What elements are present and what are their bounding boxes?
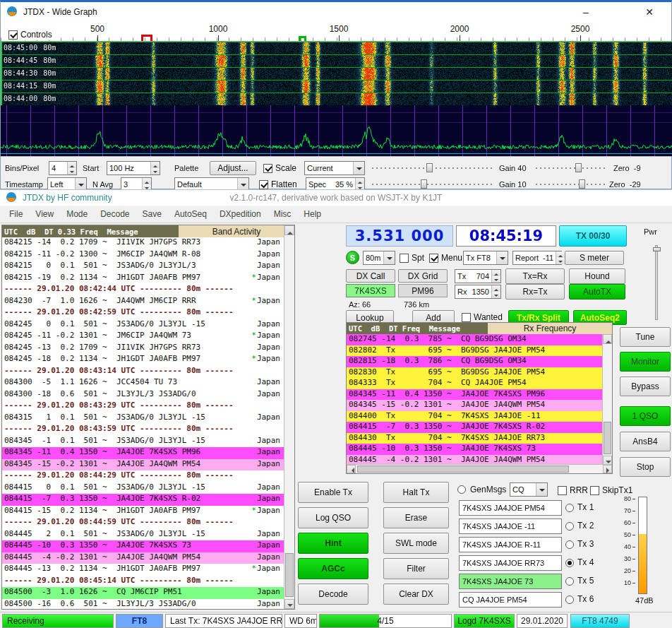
period-separator-row[interactable]: ------ 29.01.20 08:43:14 UTC --------- 8…: [2, 366, 284, 378]
rx-decode-row[interactable]: 084400 Tx 704 ~ 7K4SXS JA4JOE -11: [347, 411, 603, 422]
decode-row[interactable]: 084345 -1 0.1 501 ~ JS3ADG/0 JL3YJL -15J…: [2, 436, 284, 448]
decode-row[interactable]: 084415 0 0.1 501 ~ JS3ADG/0 JL3YJL -15Ja…: [2, 482, 284, 494]
tx-message-field-6[interactable]: CQ JA4JOE PM54: [459, 592, 562, 608]
clear-dx-button[interactable]: Clear DX: [383, 583, 449, 605]
hound-button[interactable]: Hound: [569, 268, 625, 284]
period-separator-row[interactable]: ------ 29.01.20 08:44:59 UTC --------- 8…: [2, 517, 284, 529]
ansb4-button[interactable]: AnsB4: [620, 432, 671, 451]
tx-message-field-1[interactable]: 7K4SXS JA4JOE PM54: [459, 500, 562, 516]
period-separator-row[interactable]: ------ 29.01.20 08:45:14 UTC --------- 8…: [2, 576, 284, 588]
menu-save[interactable]: Save: [136, 206, 168, 223]
erase-button[interactable]: Erase: [383, 507, 449, 528]
rx-decode-row[interactable]: 084430 Tx 704 ~ 7K4SXS JA4JOE RR73: [347, 433, 603, 444]
decode-row[interactable]: 084445 -4 -0.2 1301 ~ JA4JOE JA4QWM PM54…: [2, 552, 284, 564]
rx-frequency-scrollbar[interactable]: [602, 334, 612, 466]
dropdown-arrow[interactable]: [496, 251, 508, 264]
menu-decode[interactable]: Decode: [94, 206, 136, 223]
tx-message-field-5[interactable]: 7K4SXS JA4JOE 73: [459, 574, 562, 589]
log-qso-button[interactable]: Log QSO: [298, 507, 368, 528]
swl-mode-button[interactable]: SWL mode: [383, 533, 449, 554]
decode-row[interactable]: 084445 2 0.1 501 ~ JS3ADG/0 JL3YJL -15Ja…: [2, 529, 284, 541]
start-frequency-spinner[interactable]: 100 Hz: [107, 161, 160, 175]
decode-row[interactable]: 084300 -5 1.1 1626 ~ JCC4504 TU 73Japan: [2, 377, 284, 389]
decode-row[interactable]: 084500 -16 0.6 501 ~ JL3YJL/3 JS3ADG/0Ja…: [2, 599, 284, 610]
tune-button[interactable]: Tune: [620, 327, 671, 347]
close-button[interactable]: ✕: [633, 2, 666, 22]
spinner-arrows[interactable]: [491, 270, 500, 283]
band-activity-scrollbar[interactable]: [284, 225, 294, 609]
minimize-button[interactable]: –: [570, 2, 602, 22]
skiptx1-checkbox[interactable]: SkipTx1: [590, 485, 632, 496]
halt-tx-button[interactable]: Halt Tx: [383, 482, 449, 503]
scale-checkbox[interactable]: Scale: [263, 162, 296, 174]
scroll-up-button[interactable]: [284, 225, 294, 235]
tx-message-field-3[interactable]: 7K4SXS JA4JOE R-11: [459, 537, 562, 552]
tx-select-radio-1[interactable]: [565, 504, 574, 512]
enable-tx-button[interactable]: Enable Tx: [298, 482, 368, 503]
adjust-palette-button[interactable]: Adjust...: [210, 161, 256, 175]
rx-frequency-hscrollbar[interactable]: [347, 464, 612, 473]
decode-row[interactable]: 084500 -3 1.0 1626 ~ CQ JM6CIP PM51Japan: [2, 587, 284, 599]
decode-row[interactable]: 084445 -10 0.3 1350 ~ JA4JOE 7K4SXS 73Ja…: [2, 540, 284, 552]
decode-row[interactable]: 084415 -15 0.2 1134 ~ JH1GDT JA0AFB PM97…: [2, 506, 284, 518]
agcc-button[interactable]: AGCc: [298, 558, 368, 579]
spinner-arrows[interactable]: [491, 285, 500, 298]
decode-row[interactable]: 084230 -7 1.0 1626 ~ JA4QWM JM6CIP RRR*J…: [2, 296, 284, 308]
slider-thumb[interactable]: [575, 163, 582, 172]
slider-thumb[interactable]: [426, 163, 433, 172]
menu-mode[interactable]: Mode: [60, 206, 94, 223]
decode-row[interactable]: 084215 -11 -0.2 1300 ~ JM6CIP JA4QWM R-0…: [2, 249, 284, 261]
rx-decode-row[interactable]: 082745 -14 0.3 785 ~ CQ BG9DSG OM34: [347, 334, 603, 345]
report-spinner[interactable]: Report -11: [512, 251, 562, 265]
dropdown-arrow[interactable]: [353, 162, 364, 174]
period-separator-row[interactable]: ------ 29.01.20 08:42:44 UTC --------- 8…: [2, 284, 284, 296]
decode-row[interactable]: 084215 -19 0.2 1134 ~ JH1GDT JA0AFB PM97…: [2, 273, 284, 285]
spectrum-type-combo[interactable]: Current: [304, 161, 365, 175]
dropdown-arrow[interactable]: [536, 483, 547, 496]
pwr-slider-thumb[interactable]: [653, 247, 661, 251]
scrollbar-thumb[interactable]: [357, 466, 569, 473]
tx-select-radio-6[interactable]: [565, 596, 574, 604]
period-separator-row[interactable]: ------ 29.01.20 08:42:59 UTC --------- 8…: [2, 307, 284, 319]
dx-call-field[interactable]: 7K4SXS: [346, 284, 395, 297]
cq-modifier-combo[interactable]: CQ: [510, 482, 548, 497]
period-separator-row[interactable]: ------ 29.01.20 08:44:29 UTC --------- 8…: [2, 470, 284, 482]
status-indicator-button[interactable]: S: [346, 251, 359, 264]
decode-row[interactable]: 084245 -13 0.2 1709 ~ JI1VIK JH7GPS RR73…: [2, 343, 284, 355]
tx-select-radio-2[interactable]: [565, 522, 574, 531]
slider-thumb[interactable]: [579, 179, 585, 189]
decode-row[interactable]: 084300 -18 0.6 501 ~ JL3YJL/3 JS3ADG/0Ja…: [2, 389, 284, 401]
scrollbar-thumb[interactable]: [604, 422, 611, 454]
period-separator-row[interactable]: ------ 29.01.20 08:43:59 UTC --------- 8…: [2, 424, 284, 436]
decode-row[interactable]: 084245 -11 -0.2 1301 ~ JM6CIP JA4QWM 73*…: [2, 331, 284, 343]
waterfall-gain-slider[interactable]: [372, 162, 493, 174]
band-activity-table[interactable]: 084215 -14 0.2 1709 ~ JI1VIK JH7GPS RR73…: [2, 237, 284, 609]
filter-button[interactable]: Filter: [383, 558, 449, 579]
spinner-arrows[interactable]: [67, 162, 76, 174]
waterfall-canvas[interactable]: [1, 42, 672, 105]
rx-decode-row[interactable]: 084333 Tx 704 ~ CQ JA4JOE PM54: [347, 378, 603, 389]
stop-button[interactable]: Stop: [620, 457, 671, 477]
menu-dxpedition[interactable]: DXpedition: [213, 206, 268, 223]
controls-checkbox[interactable]: Controls: [6, 29, 54, 40]
menu-misc[interactable]: Misc: [268, 206, 298, 223]
scrollbar-thumb[interactable]: [285, 553, 294, 597]
rx-decode-row[interactable]: 084445 -10 0.3 1350 ~ JA4JOE 7K4SXS 73: [347, 444, 603, 455]
scroll-left-button[interactable]: [347, 465, 356, 473]
s-meter-button[interactable]: S meter: [565, 251, 624, 265]
band-combo[interactable]: 80m: [363, 251, 395, 265]
decode-row[interactable]: 084215 0 0.1 501 ~ JS3ADG/0 JL3YJL/3Japa…: [2, 261, 284, 273]
tx-select-radio-4[interactable]: [565, 559, 574, 567]
main-titlebar[interactable]: JTDX by HF community v2.1.0-rc147, deriv…: [0, 190, 672, 206]
rx-decode-row[interactable]: 084345 -15 -0.2 1301 ~ JA4JOE JA4QWM PM5…: [347, 400, 603, 411]
dx-grid-field[interactable]: PM96: [398, 284, 448, 297]
flatten-checkbox[interactable]: Flatten: [259, 179, 297, 190]
decode-row[interactable]: 084315 1 0.1 501 ~ JS3ADG/0 JL3YJL -15Ja…: [2, 413, 284, 425]
rx-eq-tx-button[interactable]: Rx=Tx: [505, 284, 565, 300]
tx-select-radio-5[interactable]: [565, 577, 574, 586]
tx-frequency-spinner[interactable]: Tx 704: [455, 269, 501, 283]
period-separator-row[interactable]: ------ 29.01.20 08:43:29 UTC --------- 8…: [2, 401, 284, 413]
bins-per-pixel-spinner[interactable]: 4: [49, 161, 77, 175]
menu-checkbox[interactable]: Menu: [429, 252, 462, 263]
rx-decode-row[interactable]: 084345 -11 0.4 1350 ~ JA4JOE 7K4SXS PM96: [347, 389, 603, 401]
